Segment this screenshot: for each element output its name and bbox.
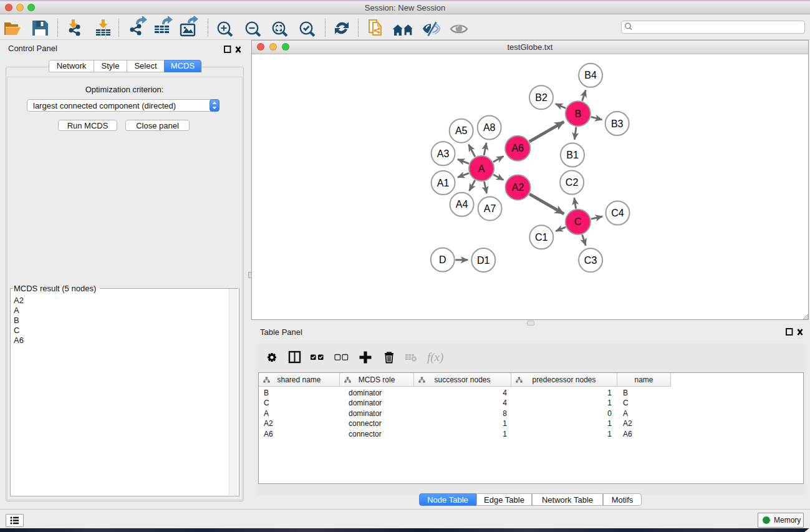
svg-text:C: C: [574, 216, 582, 227]
svg-text:A5: A5: [455, 125, 468, 136]
svg-text:A3: A3: [437, 148, 450, 159]
svg-text:A6: A6: [511, 143, 524, 153]
svg-text:A7: A7: [484, 203, 496, 214]
svg-text:A4: A4: [456, 199, 468, 210]
svg-text:A1: A1: [437, 178, 450, 188]
svg-text:C3: C3: [584, 255, 597, 266]
svg-text:C2: C2: [566, 177, 579, 188]
svg-text:B4: B4: [584, 70, 597, 80]
svg-text:B2: B2: [535, 92, 547, 103]
svg-text:C1: C1: [535, 232, 548, 243]
svg-text:C4: C4: [611, 208, 624, 218]
svg-text:B3: B3: [611, 118, 624, 129]
svg-text:D: D: [439, 254, 446, 265]
svg-text:A8: A8: [483, 122, 496, 133]
svg-text:A2: A2: [512, 182, 524, 193]
svg-text:D1: D1: [477, 255, 490, 266]
svg-text:f(x): f(x): [427, 351, 443, 364]
svg-text:B1: B1: [566, 150, 579, 160]
svg-text:A: A: [478, 163, 485, 174]
svg-text:B: B: [575, 109, 582, 119]
